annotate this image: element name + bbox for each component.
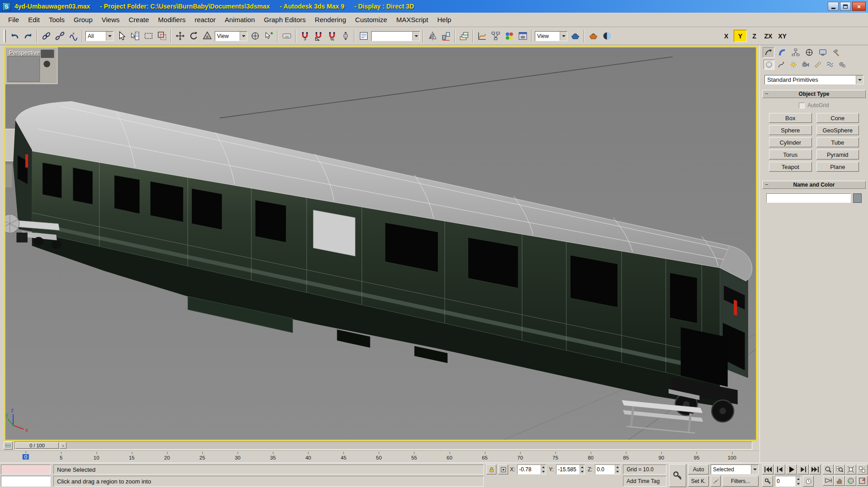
menu-animation[interactable]: Animation bbox=[220, 14, 259, 26]
add-time-tag[interactable]: Add Time Tag bbox=[623, 476, 666, 487]
field-of-view-button[interactable] bbox=[823, 476, 834, 486]
set-key-mode-button[interactable]: Set K. bbox=[688, 476, 709, 487]
use-pivot-point-center-button[interactable] bbox=[248, 29, 262, 43]
menu-graph-editors[interactable]: Graph Editors bbox=[259, 14, 311, 26]
key-mode-toggle[interactable] bbox=[762, 476, 773, 487]
create-pyramid-button[interactable]: Pyramid bbox=[816, 150, 859, 160]
next-frame-button[interactable] bbox=[797, 465, 809, 474]
edit-named-selection-sets-button[interactable] bbox=[357, 29, 370, 43]
create-geosphere-button[interactable]: GeoSphere bbox=[816, 125, 859, 135]
default-tangents-button[interactable] bbox=[711, 476, 721, 487]
window-crossing-button[interactable] bbox=[155, 29, 169, 43]
zoom-extents-button[interactable] bbox=[845, 465, 856, 474]
rectangular-selection-region-button[interactable] bbox=[142, 29, 155, 43]
redo-button[interactable] bbox=[21, 29, 35, 43]
zoom-all-button[interactable] bbox=[834, 465, 845, 474]
zoom-extents-all-button[interactable] bbox=[857, 465, 868, 474]
selection-lock-toggle[interactable] bbox=[486, 465, 496, 474]
set-keys-button[interactable] bbox=[669, 464, 686, 487]
select-object-button[interactable] bbox=[114, 29, 128, 43]
pan-button[interactable] bbox=[834, 476, 845, 486]
maxscript-mini-listener-white[interactable] bbox=[1, 476, 51, 487]
previous-frame-button[interactable] bbox=[774, 465, 785, 474]
category-shapes[interactable] bbox=[776, 60, 787, 70]
object-name-input[interactable] bbox=[766, 193, 851, 203]
maximize-button[interactable] bbox=[840, 2, 851, 11]
mirror-button[interactable] bbox=[425, 29, 439, 43]
menu-edit[interactable]: Edit bbox=[24, 14, 44, 26]
z-spinner[interactable] bbox=[615, 465, 620, 474]
min-max-toggle-button[interactable] bbox=[857, 476, 868, 486]
go-to-start-button[interactable] bbox=[762, 465, 774, 474]
render-last-button[interactable] bbox=[586, 29, 600, 43]
axis-constraint-x[interactable]: X bbox=[720, 30, 733, 42]
tab-modify[interactable] bbox=[776, 47, 788, 58]
object-class-dropdown[interactable]: Standard Primitives bbox=[764, 75, 863, 84]
spinner-snap-toggle-button[interactable] bbox=[339, 29, 352, 43]
category-geometry[interactable] bbox=[764, 60, 774, 70]
create-plane-button[interactable]: Plane bbox=[816, 162, 859, 172]
auto-key-button[interactable]: Auto bbox=[688, 465, 709, 474]
autogrid-checkbox[interactable] bbox=[799, 103, 805, 108]
axis-constraint-z[interactable]: Z bbox=[748, 30, 761, 42]
create-tube-button[interactable]: Tube bbox=[816, 137, 859, 147]
y-coordinate-field[interactable] bbox=[556, 465, 585, 474]
y-spinner[interactable] bbox=[580, 465, 585, 474]
render-scene-dialog-button[interactable] bbox=[516, 29, 529, 43]
x-spinner[interactable] bbox=[541, 465, 546, 474]
tab-create[interactable] bbox=[763, 47, 774, 58]
undo-button[interactable] bbox=[8, 29, 21, 43]
curve-editor-button[interactable] bbox=[475, 29, 489, 43]
create-teapot-button[interactable]: Teapot bbox=[769, 162, 812, 172]
select-and-move-button[interactable] bbox=[173, 29, 187, 43]
object-type-rollout-header[interactable]: − Object Type bbox=[762, 90, 866, 98]
create-torus-button[interactable]: Torus bbox=[769, 150, 812, 160]
bind-to-space-warp-button[interactable] bbox=[66, 29, 80, 43]
frame-spinner[interactable] bbox=[796, 476, 801, 486]
name-color-rollout-header[interactable]: − Name and Color bbox=[762, 181, 866, 189]
align-button[interactable] bbox=[439, 29, 453, 43]
x-coordinate-input[interactable] bbox=[518, 465, 541, 474]
mini-track-bar-toggle[interactable] bbox=[4, 441, 13, 450]
key-filter-dropdown[interactable]: Selected bbox=[711, 465, 759, 474]
selection-filter-dropdown[interactable]: All bbox=[85, 31, 113, 41]
menu-customize[interactable]: Customize bbox=[351, 14, 392, 26]
arc-rotate-button[interactable] bbox=[845, 476, 856, 486]
axis-constraint-xy[interactable]: XY bbox=[776, 30, 789, 42]
toolbar-drag-handle[interactable] bbox=[4, 30, 6, 42]
play-animation-button[interactable] bbox=[786, 465, 797, 474]
perspective-viewport[interactable]: Perspective bbox=[5, 47, 757, 441]
category-space-warps[interactable] bbox=[825, 60, 835, 70]
minimize-button[interactable] bbox=[828, 2, 839, 11]
menu-tools[interactable]: Tools bbox=[44, 14, 69, 26]
x-coordinate-field[interactable] bbox=[517, 465, 546, 474]
tab-display[interactable] bbox=[817, 47, 829, 58]
create-box-button[interactable]: Box bbox=[769, 113, 812, 123]
close-button[interactable]: × bbox=[852, 2, 866, 11]
quick-render-button[interactable] bbox=[568, 29, 582, 43]
unlink-selection-button[interactable] bbox=[53, 29, 66, 43]
category-cameras[interactable] bbox=[800, 60, 811, 70]
create-cone-button[interactable]: Cone bbox=[816, 113, 859, 123]
time-configuration-button[interactable] bbox=[803, 476, 814, 487]
menu-group[interactable]: Group bbox=[69, 14, 97, 26]
time-slider-next-button[interactable]: › bbox=[60, 442, 66, 449]
create-cylinder-button[interactable]: Cylinder bbox=[769, 137, 812, 147]
tab-motion[interactable] bbox=[803, 47, 815, 58]
select-by-name-button[interactable] bbox=[128, 29, 142, 43]
select-and-rotate-button[interactable] bbox=[187, 29, 200, 43]
create-sphere-button[interactable]: Sphere bbox=[769, 125, 812, 135]
tab-hierarchy[interactable] bbox=[790, 47, 802, 58]
menu-reactor[interactable]: reactor bbox=[190, 14, 220, 26]
activeshade-button[interactable] bbox=[600, 29, 613, 43]
object-color-swatch[interactable] bbox=[853, 193, 862, 203]
menu-maxscript[interactable]: MAXScript bbox=[392, 14, 433, 26]
menu-help[interactable]: Help bbox=[433, 14, 456, 26]
menu-views[interactable]: Views bbox=[97, 14, 124, 26]
render-type-dropdown[interactable]: View bbox=[535, 31, 567, 41]
key-filters-button[interactable]: Filters... bbox=[722, 476, 759, 487]
menu-file[interactable]: File bbox=[4, 14, 24, 26]
angle-snap-toggle-button[interactable] bbox=[311, 29, 325, 43]
select-and-uniform-scale-button[interactable] bbox=[200, 29, 214, 43]
named-selection-sets-dropdown[interactable] bbox=[371, 31, 420, 41]
